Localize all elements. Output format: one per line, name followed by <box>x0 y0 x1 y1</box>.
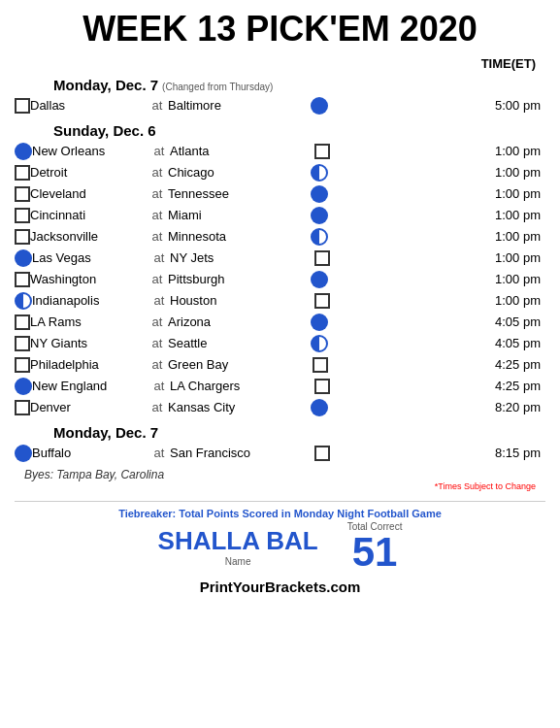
right-pick-circle <box>311 207 328 224</box>
team-right-wrap: Seattle <box>168 335 328 352</box>
left-pick-checkbox[interactable] <box>15 314 30 330</box>
team-right: Chicago <box>168 165 311 180</box>
tiebreaker-label: Tiebreaker: Total Points Scored in Monda… <box>15 508 545 519</box>
time-header: TIME(ET) <box>481 56 536 71</box>
name-total-row: SHALLA BAL Name Total Correct 51 <box>15 521 545 573</box>
team-left: New Orleans <box>32 144 148 158</box>
game-row: ClevelandatTennessee1:00 pm <box>15 183 545 205</box>
right-pick-checkbox[interactable] <box>314 293 330 309</box>
at-label: at <box>147 336 168 350</box>
game-row: BuffaloatSan Francisco8:15 pm <box>15 443 545 464</box>
right-pick-checkbox[interactable] <box>314 379 330 394</box>
team-right: LA Chargers <box>170 379 314 393</box>
right-pick-circle <box>311 97 328 115</box>
left-pick-checkbox[interactable] <box>15 208 30 223</box>
section-header-1: Sunday, Dec. 6 <box>53 122 545 139</box>
team-left: Washington <box>30 272 147 286</box>
game-row: PhiladelphiaatGreen Bay4:25 pm <box>15 354 545 376</box>
section-header-0: Monday, Dec. 7(Changed from Thursday) <box>53 77 545 93</box>
at-label: at <box>148 379 170 393</box>
at-label: at <box>148 293 170 308</box>
game-time: 8:15 pm <box>330 446 545 460</box>
game-time: 5:00 pm <box>328 98 545 113</box>
at-label: at <box>147 165 168 180</box>
game-time: 1:00 pm <box>330 293 545 308</box>
team-right: San Francisco <box>170 446 314 460</box>
team-right-wrap: Arizona <box>168 314 328 331</box>
team-left: NY Giants <box>30 336 147 350</box>
game-row: Las VegasatNY Jets1:00 pm <box>15 248 545 269</box>
right-pick-circle <box>311 185 328 203</box>
team-right: Miami <box>168 208 311 222</box>
team-right-wrap: Kansas City <box>168 399 328 416</box>
right-pick-checkbox[interactable] <box>314 144 330 159</box>
total-correct-section: Total Correct 51 <box>347 521 403 573</box>
team-right-wrap: Minnesota <box>168 228 328 246</box>
left-pick-checkbox[interactable] <box>15 272 30 287</box>
game-time: 1:00 pm <box>330 144 545 158</box>
team-right: Houston <box>170 293 314 308</box>
game-time: 1:00 pm <box>328 165 545 180</box>
total-correct-value: 51 <box>352 532 398 573</box>
team-right: Tennessee <box>168 186 311 201</box>
at-label: at <box>147 272 168 286</box>
team-right: Pittsburgh <box>168 272 311 286</box>
game-row: New OrleansatAtlanta1:00 pm <box>15 141 545 162</box>
name-section: SHALLA BAL Name <box>158 526 318 567</box>
left-pick-checkbox[interactable] <box>15 400 30 415</box>
right-pick-circle-half <box>311 335 328 352</box>
game-time: 1:00 pm <box>328 208 545 222</box>
game-row: DetroitatChicago1:00 pm <box>15 162 545 183</box>
at-label: at <box>148 144 170 158</box>
times-note: *Times Subject to Change <box>15 481 545 491</box>
right-pick-circle-half <box>311 164 328 182</box>
team-right-wrap: LA Chargers <box>170 379 330 394</box>
team-right-wrap: Atlanta <box>170 144 330 159</box>
left-pick-checkbox[interactable] <box>15 336 30 351</box>
at-label: at <box>148 250 170 265</box>
team-left: Buffalo <box>32 446 148 460</box>
team-left: Indianapolis <box>32 293 148 308</box>
right-pick-circle <box>311 314 328 331</box>
team-left: LA Rams <box>30 314 147 329</box>
game-row: New EnglandatLA Chargers4:25 pm <box>15 376 545 397</box>
left-pick-circle-half <box>15 292 32 310</box>
team-left: Dallas <box>30 98 147 113</box>
game-row: WashingtonatPittsburgh1:00 pm <box>15 269 545 290</box>
team-right-wrap: NY Jets <box>170 250 330 266</box>
team-right: Kansas City <box>168 400 311 414</box>
team-left: Philadelphia <box>30 357 147 372</box>
team-right-wrap: San Francisco <box>170 446 330 461</box>
at-label: at <box>147 357 168 372</box>
game-row: NY GiantsatSeattle4:05 pm <box>15 333 545 354</box>
left-pick-checkbox[interactable] <box>15 186 30 202</box>
team-right-wrap: Tennessee <box>168 185 328 203</box>
left-pick-checkbox[interactable] <box>15 357 30 373</box>
team-right-wrap: Green Bay <box>168 357 328 373</box>
right-pick-checkbox[interactable] <box>313 357 328 373</box>
game-time: 4:25 pm <box>328 357 545 372</box>
team-right-wrap: Pittsburgh <box>168 271 328 288</box>
right-pick-checkbox[interactable] <box>314 446 330 461</box>
team-right-wrap: Miami <box>168 207 328 224</box>
game-row: IndianapolisatHouston1:00 pm <box>15 290 545 312</box>
team-right-wrap: Baltimore <box>168 97 328 115</box>
at-label: at <box>147 400 168 414</box>
game-time: 1:00 pm <box>330 250 545 265</box>
at-label: at <box>147 98 168 113</box>
brand-name: PrintYourBrackets.com <box>200 579 361 595</box>
left-pick-checkbox[interactable] <box>15 229 30 245</box>
game-time: 1:00 pm <box>328 229 545 244</box>
left-pick-checkbox[interactable] <box>15 98 30 114</box>
game-time: 4:05 pm <box>328 336 545 350</box>
at-label: at <box>147 208 168 222</box>
at-label: at <box>147 186 168 201</box>
right-pick-checkbox[interactable] <box>314 250 330 266</box>
game-time: 1:00 pm <box>328 186 545 201</box>
footer: PrintYourBrackets.com <box>15 579 545 595</box>
game-row: CincinnatiatMiami1:00 pm <box>15 205 545 226</box>
game-row: DenveratKansas City8:20 pm <box>15 397 545 418</box>
team-right: Minnesota <box>168 229 311 244</box>
team-right: Baltimore <box>168 98 311 113</box>
left-pick-checkbox[interactable] <box>15 165 30 181</box>
